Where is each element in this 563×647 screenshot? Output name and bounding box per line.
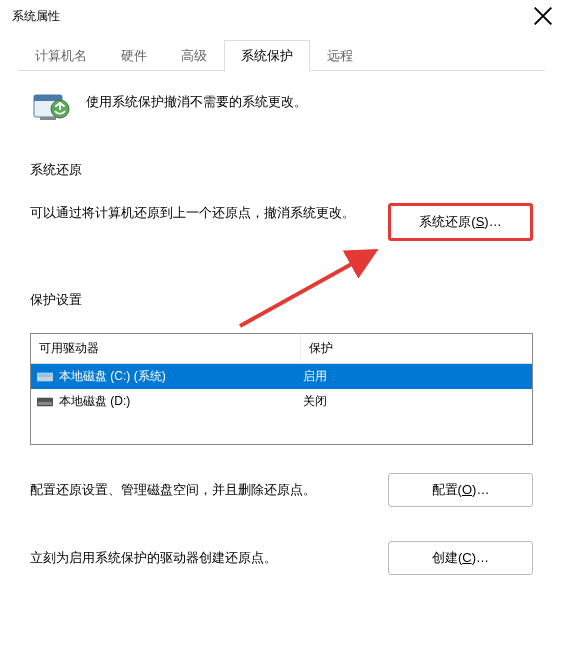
drive-cell: 本地磁盘 (C:) (系统) — [37, 368, 301, 385]
drive-name: 本地磁盘 (C:) (系统) — [59, 368, 166, 385]
intro-text: 使用系统保护撤消不需要的系统更改。 — [86, 89, 307, 111]
close-icon — [533, 6, 553, 26]
restore-description: 可以通过将计算机还原到上一个还原点，撤消系统更改。 — [30, 203, 368, 224]
status-cell: 启用 — [301, 368, 526, 385]
drive-name: 本地磁盘 (D:) — [59, 393, 130, 410]
configure-row: 配置还原设置、管理磁盘空间，并且删除还原点。 配置(O)… — [30, 473, 533, 507]
settings-section-title: 保护设置 — [30, 291, 533, 309]
tab-bar: 计算机名 硬件 高级 系统保护 远程 — [0, 32, 563, 71]
create-description: 立刻为启用系统保护的驱动器创建还原点。 — [30, 549, 368, 567]
table-row[interactable]: 本地磁盘 (D:) 关闭 — [31, 389, 532, 414]
intro-row: 使用系统保护撤消不需要的系统更改。 — [30, 89, 533, 125]
configure-button[interactable]: 配置(O)… — [388, 473, 533, 507]
create-row: 立刻为启用系统保护的驱动器创建还原点。 创建(C)… — [30, 541, 533, 575]
col-status[interactable]: 保护 — [301, 334, 532, 364]
drive-icon — [37, 371, 53, 383]
titlebar: 系统属性 — [0, 0, 563, 32]
drive-icon — [37, 396, 53, 408]
drive-cell: 本地磁盘 (D:) — [37, 393, 301, 410]
system-restore-button[interactable]: 系统还原(S)… — [388, 203, 533, 241]
configure-description: 配置还原设置、管理磁盘空间，并且删除还原点。 — [30, 481, 368, 499]
table-row[interactable]: 本地磁盘 (C:) (系统) 启用 — [31, 364, 532, 389]
restore-row: 可以通过将计算机还原到上一个还原点，撤消系统更改。 系统还原(S)… — [30, 203, 533, 241]
col-drive[interactable]: 可用驱动器 — [31, 334, 301, 364]
window-title: 系统属性 — [12, 8, 60, 25]
status-cell: 关闭 — [301, 393, 526, 410]
tab-advanced[interactable]: 高级 — [164, 40, 224, 71]
tab-computer-name[interactable]: 计算机名 — [18, 40, 104, 71]
protection-settings-table: 可用驱动器 保护 本地磁盘 (C:) (系统) 启用 本地磁盘 (D:) — [30, 333, 533, 445]
svg-rect-7 — [38, 402, 52, 405]
tab-content: 使用系统保护撤消不需要的系统更改。 系统还原 可以通过将计算机还原到上一个还原点… — [0, 71, 563, 575]
table-body: 本地磁盘 (C:) (系统) 启用 本地磁盘 (D:) 关闭 — [31, 364, 532, 444]
system-protection-icon — [30, 89, 70, 125]
close-button[interactable] — [533, 6, 553, 26]
svg-rect-5 — [38, 377, 52, 380]
restore-section-title: 系统还原 — [30, 161, 533, 179]
create-button[interactable]: 创建(C)… — [388, 541, 533, 575]
tab-system-protection[interactable]: 系统保护 — [224, 40, 310, 72]
tab-remote[interactable]: 远程 — [310, 40, 370, 71]
table-header: 可用驱动器 保护 — [31, 334, 532, 364]
tab-hardware[interactable]: 硬件 — [104, 40, 164, 71]
svg-rect-2 — [40, 117, 56, 120]
